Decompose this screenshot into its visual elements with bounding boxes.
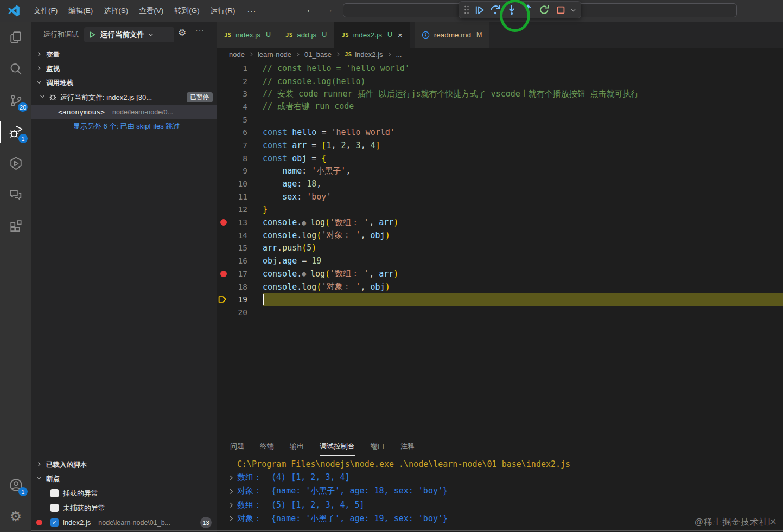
callstack-session-row[interactable]: 运行当前文件: index2.js [30... 已暂停 [31, 90, 217, 105]
panel-tab-调试控制台[interactable]: 调试控制台 [320, 437, 355, 456]
tab-index.js[interactable]: JSindex.jsU [217, 22, 278, 48]
code-editor[interactable]: 1// const hello = 'hello world'2// conso… [217, 61, 783, 437]
code-text[interactable]: const obj = { [263, 152, 783, 165]
activity-settings-icon[interactable]: ⚙ [0, 501, 31, 532]
breakpoint-checkbox[interactable] [50, 504, 59, 512]
breadcrumb-item[interactable]: 01_base [304, 50, 332, 59]
panel-tab-输出[interactable]: 输出 [290, 437, 304, 456]
code-text[interactable]: sex: 'boy' [263, 190, 783, 203]
run-play-icon[interactable] [88, 31, 96, 39]
menu-item-2[interactable]: 选择(S) [98, 3, 133, 18]
line-gutter[interactable]: 20 [217, 306, 263, 319]
code-text[interactable]: age: 18, [263, 177, 783, 190]
breakpoint-checkbox[interactable]: ✓ [50, 518, 59, 527]
breakpoint-item[interactable]: ✓index2.jsnode\learn-node\01_b...13 [31, 515, 217, 530]
breakpoint-dot-icon[interactable] [220, 271, 227, 277]
code-text[interactable]: console.log('对象： ', obj) [263, 280, 783, 293]
code-text[interactable]: obj.age = 19 [263, 254, 783, 267]
chevron-right-icon[interactable] [228, 501, 237, 509]
activity-explorer-icon[interactable] [0, 22, 31, 53]
panel-tab-端口[interactable]: 端口 [371, 437, 385, 456]
inline-breakpoint-dot-icon[interactable]: ● [302, 219, 310, 227]
line-gutter[interactable]: 17 [217, 267, 263, 280]
tab-readme.md[interactable]: readme.mdM [415, 22, 489, 48]
line-gutter[interactable]: 6 [217, 126, 263, 139]
breadcrumb-item[interactable]: ... [396, 50, 402, 59]
sidebar-more-icon[interactable]: ··· [195, 26, 205, 35]
line-gutter[interactable]: 7 [217, 139, 263, 152]
line-gutter[interactable]: 9 [217, 165, 263, 178]
code-text[interactable]: } [263, 203, 783, 216]
nav-back-icon[interactable]: ← [304, 4, 317, 15]
activity-comments-icon[interactable] [0, 179, 31, 210]
chevron-down-icon[interactable] [148, 31, 154, 38]
code-text[interactable]: // const hello = 'hello world' [263, 62, 783, 75]
activity-search-icon[interactable] [0, 53, 31, 85]
breakpoint-dot-icon[interactable] [220, 219, 227, 226]
menu-item-5[interactable]: 运行(R) [205, 3, 241, 18]
line-gutter[interactable]: 18 [217, 280, 263, 293]
code-text[interactable]: console.log('对象： ', obj) [263, 229, 783, 242]
stop-dropdown-chevron-icon[interactable] [569, 2, 577, 17]
panel-tab-问题[interactable]: 问题 [230, 437, 244, 456]
line-gutter[interactable]: 8 [217, 152, 263, 165]
code-text[interactable] [263, 113, 783, 126]
activity-run-and-debug-icon[interactable]: 1 [0, 116, 31, 148]
line-gutter[interactable]: 19 [217, 293, 263, 306]
code-text[interactable]: arr.push(5) [263, 242, 783, 255]
breadcrumb-item[interactable]: JSindex2.js [345, 50, 383, 59]
step-over-button[interactable] [487, 2, 504, 17]
activity-account-icon[interactable]: 1 [0, 469, 31, 501]
run-config-label[interactable]: 运行当前文件 [100, 30, 144, 40]
panel-tab-终端[interactable]: 终端 [260, 437, 274, 456]
line-gutter[interactable]: 5 [217, 113, 263, 126]
menu-overflow-button[interactable]: ··· [241, 7, 263, 15]
section-loaded-scripts[interactable]: 已载入的脚本 [31, 458, 217, 472]
menu-item-1[interactable]: 编辑(E) [63, 3, 98, 18]
line-gutter[interactable]: 12 [217, 203, 263, 216]
code-text[interactable] [263, 306, 783, 319]
activity-source-control-icon[interactable]: 20 [0, 85, 31, 116]
tab-add.js[interactable]: JSadd.jsU [278, 22, 334, 48]
code-text[interactable]: const arr = [1, 2, 3, 4] [263, 139, 783, 152]
chevron-right-icon[interactable] [228, 488, 237, 495]
breakpoint-item[interactable]: 未捕获的异常 [31, 501, 217, 515]
code-text[interactable]: console.● log('数组： ', arr) [263, 216, 783, 229]
menu-item-3[interactable]: 查看(V) [133, 3, 169, 18]
menu-item-0[interactable]: 文件(F) [28, 3, 63, 18]
skipfiles-link[interactable]: 显示另外 6 个: 已由 skipFiles 跳过 [31, 119, 217, 133]
breadcrumb-item[interactable]: learn-node [258, 50, 291, 59]
inline-breakpoint-dot-icon[interactable]: ● [302, 270, 310, 278]
breakpoint-checkbox[interactable] [50, 489, 59, 497]
close-icon[interactable]: × [398, 30, 403, 40]
line-gutter[interactable]: 3 [217, 87, 263, 100]
panel-tab-注释[interactable]: 注释 [400, 437, 415, 456]
line-gutter[interactable]: 11 [217, 190, 263, 203]
restart-button[interactable] [536, 2, 552, 17]
code-text[interactable]: name: '小黑子', [263, 165, 783, 178]
code-text[interactable]: // console.log(hello) [263, 75, 783, 88]
chevron-right-icon[interactable] [228, 474, 237, 482]
step-into-button[interactable] [504, 2, 520, 17]
code-text[interactable] [263, 293, 783, 306]
activity-hexagon-run-icon[interactable] [0, 148, 31, 179]
debug-gear-icon[interactable]: ⚙ [178, 28, 186, 37]
tab-index2.js[interactable]: JSindex2.jsU× [334, 22, 409, 48]
line-gutter[interactable]: 1 [217, 62, 263, 75]
code-text[interactable]: // 或者右键 run code [263, 100, 783, 113]
line-gutter[interactable]: 13 [217, 216, 263, 229]
line-gutter[interactable]: 10 [217, 177, 263, 190]
breadcrumb-item[interactable]: node [229, 50, 245, 59]
stop-button[interactable] [552, 2, 569, 17]
breakpoint-item[interactable]: 捕获的异常 [31, 486, 217, 501]
line-gutter[interactable]: 16 [217, 254, 263, 267]
line-gutter[interactable]: 4 [217, 100, 263, 113]
callstack-frame-row[interactable]: <anonymous> node/learn-node/0... [31, 105, 217, 119]
line-gutter[interactable]: 15 [217, 242, 263, 255]
line-gutter[interactable]: 14 [217, 229, 263, 242]
section-call-stack[interactable]: 调用堆栈 [31, 76, 217, 90]
drag-grip-icon[interactable] [462, 2, 471, 17]
section-监视[interactable]: 监视 [31, 62, 217, 76]
chevron-right-icon[interactable] [228, 515, 237, 522]
section-变量[interactable]: 变量 [31, 48, 217, 62]
